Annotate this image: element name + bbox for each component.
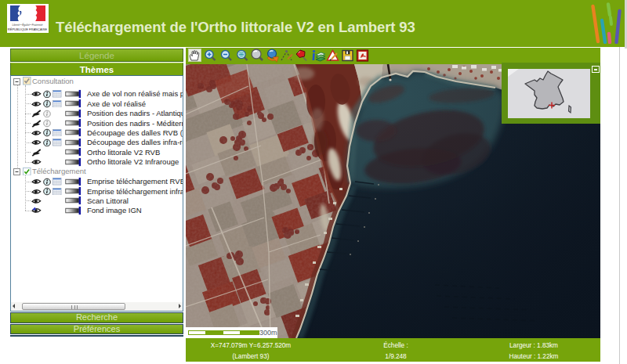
svg-text:RÉPUBLIQUE FRANÇAISE: RÉPUBLIQUE FRANÇAISE xyxy=(8,27,48,31)
svg-text:Liberté • Égalité • Fraternité: Liberté • Égalité • Fraternité xyxy=(13,23,43,27)
